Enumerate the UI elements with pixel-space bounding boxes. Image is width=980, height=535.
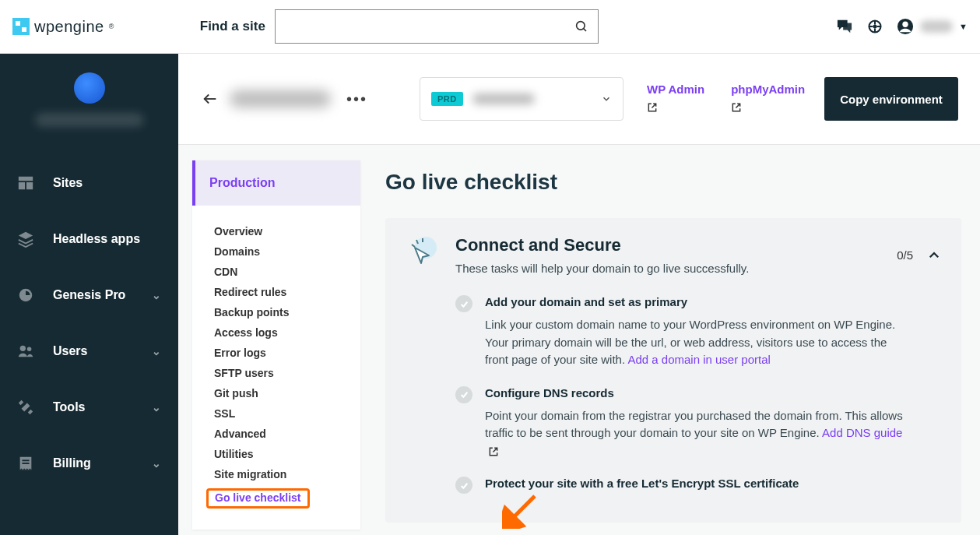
task-link[interactable]: Add DNS guide	[822, 426, 902, 439]
chevron-down-icon: ⌄	[152, 289, 161, 301]
search-input[interactable]	[285, 20, 574, 33]
annotation-highlight: Go live checklist	[206, 488, 310, 509]
account-name-redacted	[920, 20, 953, 33]
nav-label: Users	[53, 344, 87, 358]
nav-sites[interactable]: Sites	[0, 155, 178, 211]
external-link-icon	[731, 102, 742, 113]
chevron-down-icon: ⌄	[152, 345, 161, 357]
wp-admin-link[interactable]: WP Admin	[647, 83, 704, 116]
svg-rect-11	[19, 182, 25, 189]
sidebar-account[interactable]	[0, 54, 178, 133]
environment-sidebar: Production OverviewDomainsCDNRedirect ru…	[192, 160, 360, 530]
nav-tools[interactable]: Tools ⌄	[0, 379, 178, 435]
check-circle-icon	[455, 295, 472, 312]
env-nav-item[interactable]: SSL	[214, 403, 360, 424]
svg-point-3	[873, 25, 877, 29]
svg-line-24	[412, 245, 415, 247]
sites-icon	[17, 174, 34, 192]
task-description: Point your domain from the registrar you…	[485, 407, 910, 460]
section-progress: 0/5	[897, 248, 913, 262]
env-nav-item[interactable]: Redirect rules	[214, 282, 360, 302]
copy-environment-button[interactable]: Copy environment	[824, 77, 958, 121]
nav-headless[interactable]: Headless apps	[0, 211, 178, 267]
env-nav-item[interactable]: Domains	[214, 241, 360, 262]
env-nav-item[interactable]: Advanced	[214, 424, 360, 444]
content-area: ••• PRD WP Admin phpMyAdmin Copy en	[178, 54, 980, 535]
nav-label: Billing	[53, 456, 91, 470]
help-icon[interactable]	[867, 19, 883, 34]
page-main: Go live checklist Connect and Secure The…	[360, 145, 980, 535]
back-arrow-icon[interactable]	[202, 90, 219, 107]
main-nav: Sites Headless apps Genesis Pro ⌄ Users …	[0, 155, 178, 491]
task-link[interactable]: Add a domain in user portal	[627, 353, 770, 366]
svg-point-14	[20, 346, 26, 351]
check-circle-icon	[455, 477, 472, 494]
nav-genesis[interactable]: Genesis Pro ⌄	[0, 267, 178, 323]
env-nav-item[interactable]: Utilities	[214, 444, 360, 464]
top-bar: wpengine ® Find a site ▼	[0, 0, 980, 54]
env-nav-item[interactable]: Overview	[214, 221, 360, 241]
env-nav-item[interactable]: CDN	[214, 262, 360, 282]
chevron-down-icon	[601, 93, 612, 104]
svg-rect-18	[22, 463, 29, 464]
chat-icon[interactable]	[836, 19, 853, 34]
env-nav-item[interactable]: Access logs	[214, 322, 360, 343]
task-title: Protect your site with a free Let's Encr…	[485, 477, 910, 490]
external-link-icon	[488, 446, 499, 457]
phpmyadmin-link[interactable]: phpMyAdmin	[731, 83, 805, 116]
svg-rect-10	[19, 177, 33, 181]
chevron-down-icon: ⌄	[152, 401, 161, 414]
nav-billing[interactable]: Billing ⌄	[0, 435, 178, 491]
env-nav-item[interactable]: Go live checklist	[214, 484, 360, 512]
nav-label: Genesis Pro	[53, 288, 125, 302]
search-label: Find a site	[200, 19, 265, 34]
environment-header: ••• PRD WP Admin phpMyAdmin Copy en	[178, 54, 980, 145]
logo-text: wpengine	[34, 18, 104, 36]
chevron-down-icon: ⌄	[152, 457, 161, 470]
section-subtitle: These tasks will help your domain to go …	[455, 262, 897, 275]
page-title: Go live checklist	[385, 170, 961, 195]
svg-rect-17	[22, 459, 29, 461]
more-menu-icon[interactable]: •••	[346, 90, 367, 108]
checklist-task: Configure DNS recordsPoint your domain f…	[455, 386, 910, 460]
search-input-wrap[interactable]	[275, 9, 599, 44]
nav-label: Tools	[53, 400, 85, 414]
checklist-section: Connect and Secure These tasks will help…	[385, 218, 961, 523]
checklist-task: Protect your site with a free Let's Encr…	[455, 477, 910, 498]
account-avatar-icon	[74, 72, 105, 104]
layers-icon	[17, 231, 34, 248]
collapse-toggle[interactable]	[927, 248, 941, 262]
nav-users[interactable]: Users ⌄	[0, 323, 178, 379]
task-list: Add your domain and set as primaryLink y…	[406, 295, 941, 498]
task-title: Configure DNS records	[485, 386, 910, 399]
cursor-icon	[406, 235, 440, 269]
svg-line-20	[652, 104, 655, 107]
link-label: phpMyAdmin	[731, 83, 805, 96]
svg-point-15	[27, 347, 32, 352]
logo[interactable]: wpengine ®	[12, 18, 114, 36]
env-sidebar-header[interactable]: Production	[192, 160, 360, 206]
svg-point-0	[576, 22, 585, 30]
environment-selector[interactable]: PRD	[420, 77, 623, 121]
search-icon	[574, 19, 588, 33]
account-menu[interactable]: ▼	[897, 18, 968, 35]
logo-mark-icon	[12, 18, 30, 35]
task-description: Link your custom domain name to your Wor…	[485, 316, 910, 369]
env-nav-item[interactable]: Backup points	[214, 302, 360, 322]
site-name-redacted	[230, 90, 331, 107]
external-link-icon	[647, 102, 658, 113]
env-nav-item[interactable]: Error logs	[214, 343, 360, 363]
site-search: Find a site	[200, 9, 599, 44]
env-nav-item[interactable]: SFTP users	[214, 363, 360, 383]
link-label: WP Admin	[647, 83, 704, 96]
env-badge: PRD	[431, 92, 463, 106]
check-circle-icon	[455, 386, 472, 403]
svg-line-1	[583, 29, 585, 31]
svg-rect-12	[26, 182, 33, 189]
users-icon	[17, 343, 34, 360]
account-name-redacted	[35, 113, 144, 127]
env-nav-item[interactable]: Git push	[214, 383, 360, 403]
env-nav-item[interactable]: Site migration	[214, 464, 360, 484]
task-title: Add your domain and set as primary	[485, 295, 910, 308]
svg-point-9	[902, 22, 908, 27]
